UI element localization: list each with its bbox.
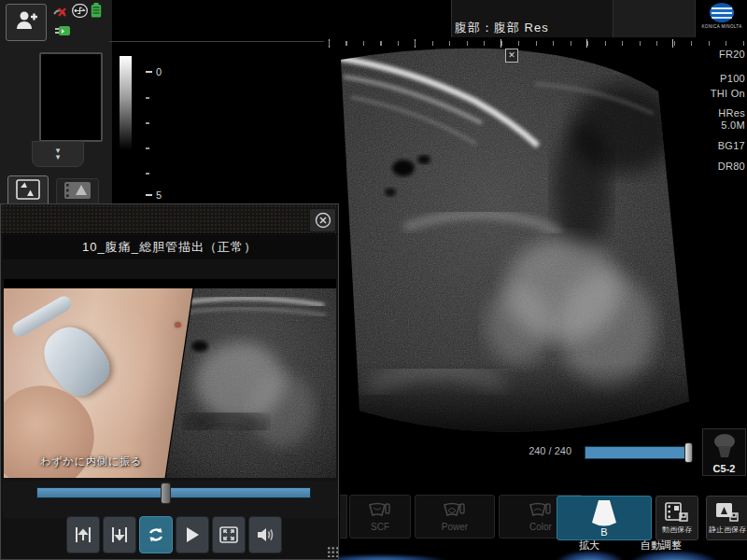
play-icon <box>185 526 200 543</box>
popup-title: 10_腹痛_総胆管描出（正常） <box>82 239 257 256</box>
mode-button-label: Power <box>442 522 468 532</box>
loop-icon <box>147 526 165 543</box>
mode-button-b-active[interactable]: B <box>557 496 652 540</box>
sector-beam-icon <box>585 498 623 526</box>
depth-tick <box>146 144 183 153</box>
param-hres: HRes <box>697 107 745 119</box>
depth-label-bottom: 5 <box>156 189 162 201</box>
probe-selector[interactable]: C5-2 <box>702 428 746 476</box>
tick-dash <box>146 71 152 73</box>
hidden-mode-button[interactable] <box>340 495 347 539</box>
movie-save-icon <box>665 502 689 523</box>
probe-name: C5-2 <box>713 463 736 474</box>
grayscale-bar <box>120 56 132 150</box>
close-icon <box>315 212 331 229</box>
tutorial-video-popup: 10_腹痛_総胆管描出（正常） <box>0 203 339 560</box>
video-seek-thumb[interactable] <box>161 483 171 504</box>
jump-next-chapter-button[interactable] <box>103 516 136 553</box>
topbar-panel <box>613 0 696 37</box>
tutorial-video-frame[interactable] <box>4 279 336 478</box>
chevron-down-icon: ▾ <box>56 154 61 161</box>
param-bg: BG17 <box>697 140 745 151</box>
exam-preset-label: 腹部：腹部 Res <box>455 20 613 36</box>
network-error-icon <box>53 6 70 19</box>
depth-tick <box>146 169 183 178</box>
save-still-button[interactable]: 静止画保存 <box>706 496 747 540</box>
popup-resize-grip[interactable] <box>327 546 338 557</box>
image-thumbnail-placeholder[interactable] <box>39 52 103 142</box>
mode-button-scf[interactable]: SCF <box>349 495 411 539</box>
tab-image-layout[interactable] <box>7 175 49 206</box>
film-strip-icon <box>63 181 92 203</box>
fullscreen-button[interactable] <box>212 516 246 553</box>
depth-tick <box>146 119 183 128</box>
add-patient-button[interactable] <box>6 4 47 41</box>
probe-mode-icon <box>529 502 553 521</box>
video-subtitle: わずかに内側に振る <box>40 455 143 469</box>
volume-button[interactable] <box>248 516 282 553</box>
video-seek-bar[interactable] <box>36 487 311 498</box>
tick-dash <box>146 194 152 196</box>
depth-label-top: 0 <box>156 66 162 77</box>
cine-progress-bar[interactable] <box>585 446 689 459</box>
cine-frame-counter: 240 / 240 <box>515 445 571 456</box>
param-frequency: 5.0M <box>697 119 745 131</box>
panel-edge-line <box>109 41 324 42</box>
add-patient-icon <box>14 8 38 36</box>
brand-name: KONICA MINOLTA <box>701 24 741 29</box>
play-button[interactable] <box>176 516 209 553</box>
depth-tick <box>146 93 183 103</box>
softkey-glow <box>557 551 624 560</box>
mode-button-label: B <box>600 526 607 538</box>
save-button-label: 動画保存 <box>662 525 692 535</box>
ac-power-icon <box>52 23 71 37</box>
globe-logo-icon <box>710 3 734 22</box>
tab-cine-clips[interactable] <box>56 178 99 205</box>
softkey-glow <box>631 551 717 560</box>
cue-up-icon <box>75 525 92 544</box>
param-dynamic-range: DR80 <box>697 161 745 172</box>
popup-close-button[interactable] <box>309 208 336 232</box>
loop-playback-button[interactable] <box>139 516 173 553</box>
orientation-marker-icon: ✕ <box>505 49 518 63</box>
mode-button-power[interactable]: Power <box>415 495 495 539</box>
still-save-icon <box>715 502 740 523</box>
layout-grid-icon <box>16 179 40 203</box>
popup-title-strip: 10_腹痛_総胆管描出（正常） <box>3 235 336 259</box>
battery-icon <box>91 3 102 18</box>
mode-button-label: SCF <box>371 522 389 532</box>
save-movie-button[interactable]: 動画保存 <box>655 496 698 540</box>
left-panel: ▾ ▾ <box>0 0 112 207</box>
probe-mode-icon <box>443 502 467 521</box>
ultrasound-image <box>325 45 698 441</box>
speaker-icon <box>256 526 275 543</box>
probe-icon <box>711 433 739 463</box>
cine-progress-thumb[interactable] <box>684 442 693 463</box>
collapse-panel-button[interactable]: ▾ ▾ <box>32 141 84 167</box>
depth-tick-0: 0 <box>146 67 183 77</box>
cue-down-icon <box>111 525 128 544</box>
param-frame-rate: FR20 <box>697 49 745 60</box>
save-button-label: 静止画保存 <box>709 525 746 535</box>
mode-button-label: Color <box>529 522 552 532</box>
popup-titlebar[interactable] <box>1 204 338 234</box>
param-thi: THI On <box>697 88 745 99</box>
fullscreen-icon <box>219 526 238 543</box>
depth-tick-5: 5 <box>146 190 183 200</box>
param-power: P100 <box>697 73 745 84</box>
photo-detail <box>175 322 181 328</box>
brand-logo: KONICA MINOLTA <box>700 3 743 36</box>
jump-previous-chapter-button[interactable] <box>66 516 100 553</box>
usb-icon <box>72 4 88 18</box>
probe-mode-icon <box>368 502 392 521</box>
